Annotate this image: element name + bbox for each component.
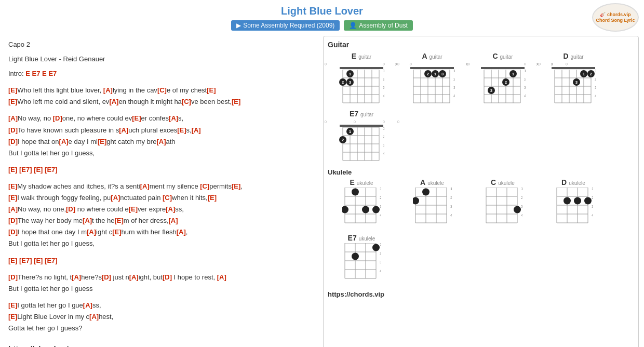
C-guitar-grid: 1 2 3 1fr 2fr 3fr 4fr: [480, 70, 526, 105]
guitar-chord-row-1: E guitar ○ ○ ○: [328, 52, 634, 106]
svg-text:2: 2: [341, 80, 344, 85]
svg-point-159: [574, 197, 581, 205]
lyric-line: [E]Who left me cold and silent, ev[A]en …: [8, 96, 315, 108]
E-ukulele-grid: 1fr 2fr 3fr 4fr: [342, 188, 381, 229]
lyric-line: [D]There?s no light, t[A]here?s[D] just …: [8, 272, 315, 283]
chord-A-guitar: A guitar x ○ ○: [398, 52, 466, 106]
svg-text:1fr: 1fr: [453, 70, 455, 73]
guitar-section-title: Guitar: [328, 41, 634, 49]
svg-text:4fr: 4fr: [383, 151, 384, 156]
E7-ukulele-grid: 1fr 2fr 3fr 4fr: [342, 243, 381, 285]
svg-text:4fr: 4fr: [383, 94, 384, 98]
svg-text:4fr: 4fr: [450, 213, 452, 218]
lyric-line: [D]To have known such pleasure in s[A]uc…: [8, 125, 315, 136]
lyric-line: But I gotta let her go I guess,: [8, 238, 315, 249]
capo-text: Capo 2: [8, 39, 315, 50]
svg-text:3fr: 3fr: [380, 204, 381, 209]
svg-text:2fr: 2fr: [521, 195, 522, 200]
lyric-line: Gotta let her go I guess?: [8, 323, 315, 334]
svg-text:3fr: 3fr: [380, 260, 381, 264]
svg-text:3fr: 3fr: [524, 85, 526, 90]
lyric-line: [D]I hope that one day I m[A]ight c[E]hu…: [8, 226, 315, 238]
svg-text:2fr: 2fr: [450, 195, 452, 200]
svg-point-112: [352, 189, 359, 196]
svg-text:1fr: 1fr: [380, 188, 381, 191]
logo-text: 🎸 chords.vipChord Song Lyric: [596, 12, 635, 23]
ukulele-section-title: Ukulele: [328, 168, 634, 176]
A-ukulele-grid: 1fr 2fr 3fr 4fr: [413, 188, 452, 229]
D-ukulele-grid: 1fr 2fr 3fr 4fr: [554, 188, 593, 229]
page-title: Light Blue Lover: [0, 5, 644, 17]
tag-row: ▶ Some Assembly Required (2009) 👤 Assemb…: [0, 20, 644, 31]
svg-text:2fr: 2fr: [380, 251, 381, 256]
chord-C-ukulele: C ukulele: [469, 178, 536, 231]
lyric-line: But I gotta let her go I guess: [8, 283, 315, 295]
svg-text:1fr: 1fr: [380, 243, 381, 247]
svg-text:3fr: 3fr: [450, 204, 452, 209]
svg-text:3: 3: [490, 88, 492, 93]
svg-text:3fr: 3fr: [383, 85, 384, 90]
svg-point-114: [362, 206, 369, 213]
svg-point-158: [564, 197, 571, 205]
svg-text:3: 3: [441, 72, 444, 76]
lyric-line: [E]Who left this light blue lover, [A]ly…: [8, 85, 315, 96]
album-label: Some Assembly Required (2009): [243, 22, 334, 29]
svg-text:2fr: 2fr: [383, 77, 384, 82]
chord-E-ukulele: E ukulele: [328, 178, 395, 231]
svg-text:1: 1: [582, 72, 585, 76]
chord-D-guitar: D guitar x x ○: [540, 52, 607, 106]
svg-text:4fr: 4fr: [380, 269, 381, 273]
svg-text:1: 1: [348, 129, 351, 134]
lyric-line: [A]No way, no [D]one, no where could ev[…: [8, 113, 315, 124]
page-header: Light Blue Lover ▶ Some Assembly Require…: [0, 0, 644, 34]
svg-text:1fr: 1fr: [450, 188, 452, 191]
svg-text:3fr: 3fr: [592, 204, 593, 209]
album-icon: ▶: [236, 22, 241, 29]
svg-text:4fr: 4fr: [592, 213, 593, 218]
svg-text:2fr: 2fr: [383, 135, 384, 139]
svg-text:3fr: 3fr: [453, 85, 455, 90]
album-tag[interactable]: ▶ Some Assembly Required (2009): [231, 20, 340, 31]
lyric-line: But I gotta let her go I guess,: [8, 148, 315, 159]
svg-point-115: [372, 206, 380, 213]
svg-text:2fr: 2fr: [592, 195, 593, 200]
svg-text:2fr: 2fr: [380, 195, 381, 200]
svg-text:1fr: 1fr: [521, 188, 522, 191]
svg-point-144: [514, 206, 521, 213]
main-content: Capo 2 Light Blue Lover - Reid Genauer I…: [0, 34, 644, 347]
artist-label: Assembly of Dust: [359, 22, 407, 29]
A-guitar-grid: 2 1 3 1fr 2fr 3fr 4fr: [410, 70, 455, 105]
svg-text:2fr: 2fr: [524, 77, 526, 82]
verse2: [A]No way, no [D]one, no where could ev[…: [8, 113, 315, 158]
subtitle-text: Light Blue Lover - Reid Genauer: [8, 54, 315, 65]
ukulele-chord-row-2: E7 ukulele: [328, 234, 634, 286]
svg-text:2: 2: [589, 72, 592, 76]
svg-point-174: [352, 253, 359, 260]
svg-text:3fr: 3fr: [595, 85, 596, 90]
svg-text:2: 2: [504, 80, 507, 85]
D-guitar-grid: 2 1 3 1fr 2fr 3fr 4fr: [551, 70, 596, 105]
svg-text:2: 2: [341, 138, 344, 142]
chords-panel: Guitar E guitar ○ ○ ○: [323, 36, 639, 347]
intro-text: Intro: E E7 E E7: [8, 68, 315, 79]
chorus2: [E] [E7] [E] [E7]: [8, 255, 315, 266]
artist-tag[interactable]: 👤 Assembly of Dust: [344, 20, 412, 31]
lyrics-footer-url: https://chords.vip: [8, 342, 315, 347]
svg-text:1fr: 1fr: [383, 127, 384, 131]
guitar-chord-row-2: E7 guitar ○ ○ ○ ○: [328, 110, 634, 164]
chord-A-ukulele: A ukulele: [398, 178, 466, 231]
lyric-line: [E]I gotta let her go I gue[A]ss,: [8, 300, 315, 311]
svg-text:2fr: 2fr: [595, 77, 596, 82]
ukulele-chord-row-1: E ukulele: [328, 178, 634, 231]
site-logo: 🎸 chords.vipChord Song Lyric: [592, 3, 639, 32]
artist-icon: 👤: [349, 22, 357, 29]
verse3: [E]My shadow aches and itches, it?s a se…: [8, 181, 315, 250]
svg-text:2fr: 2fr: [453, 77, 455, 82]
svg-text:1fr: 1fr: [595, 70, 596, 73]
svg-text:1fr: 1fr: [383, 70, 384, 73]
chord-E7-ukulele: E7 ukulele: [328, 234, 395, 286]
svg-text:4fr: 4fr: [380, 213, 381, 218]
svg-text:2: 2: [426, 72, 429, 76]
outro: [E]I gotta let her go I gue[A]ss, [E]Lig…: [8, 300, 315, 334]
lyric-line: [E]Light Blue Lover in my c[A]hest,: [8, 311, 315, 323]
